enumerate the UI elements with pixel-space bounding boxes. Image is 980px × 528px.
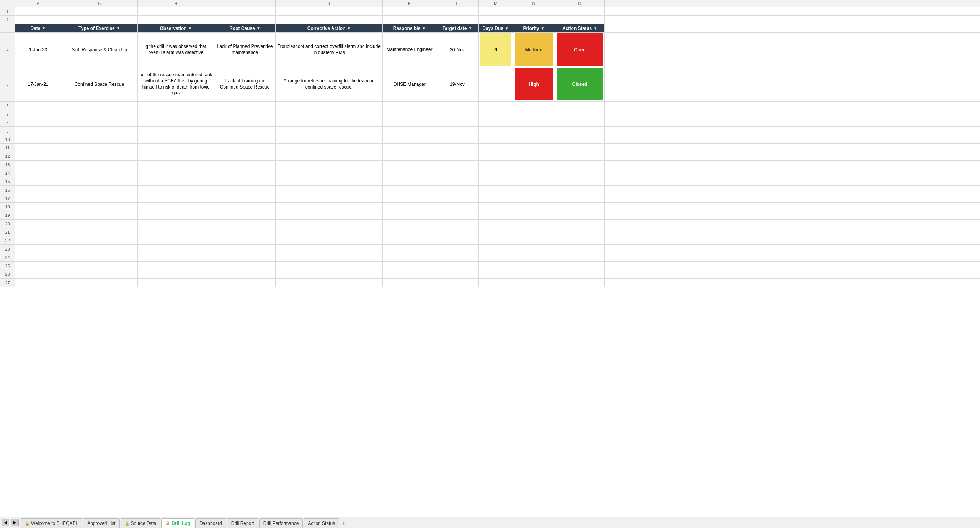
cell-26-j[interactable] [276, 270, 383, 278]
cell-23-k[interactable] [383, 245, 436, 253]
tab-source-data[interactable]: Source Data [121, 518, 161, 528]
cell-25-l[interactable] [436, 262, 479, 270]
cell-4-targetdate[interactable]: 30-Nov [436, 33, 479, 67]
cell-7-h[interactable] [138, 110, 214, 118]
cell-21-n[interactable] [513, 228, 555, 236]
cell-25-b[interactable] [61, 262, 138, 270]
cell-27-i[interactable] [214, 279, 276, 287]
cell-7-a[interactable] [15, 110, 61, 118]
col-header-m[interactable]: M [479, 0, 513, 7]
cell-8-k[interactable] [383, 118, 436, 126]
cell-23-a[interactable] [15, 245, 61, 253]
cell-5-rootcause[interactable]: Lack of Training on Confined Space Rescu… [214, 67, 276, 101]
cell-8-b[interactable] [61, 118, 138, 126]
cell-25-o[interactable] [555, 262, 605, 270]
cell-7-n[interactable] [513, 110, 555, 118]
cell-24-a[interactable] [15, 253, 61, 261]
cell-1-l[interactable] [436, 7, 479, 15]
cell-10-a[interactable] [15, 135, 61, 143]
tab-approved-list[interactable]: Approved List [83, 518, 119, 528]
cell-24-o[interactable] [555, 253, 605, 261]
cell-6-i[interactable] [214, 102, 276, 110]
cell-19-a[interactable] [15, 211, 61, 219]
cell-17-n[interactable] [513, 194, 555, 202]
cell-10-j[interactable] [276, 135, 383, 143]
cell-24-k[interactable] [383, 253, 436, 261]
cell-21-h[interactable] [138, 228, 214, 236]
cell-1-b[interactable] [61, 7, 138, 15]
header-root-cause[interactable]: Root Cause ▼ [214, 24, 276, 32]
header-priority[interactable]: Priority ▼ [513, 24, 555, 32]
cell-13-h[interactable] [138, 161, 214, 169]
header-observation[interactable]: Observation ▼ [138, 24, 214, 32]
cell-15-a[interactable] [15, 177, 61, 185]
type-filter-icon[interactable]: ▼ [116, 26, 120, 30]
cell-16-b[interactable] [61, 186, 138, 194]
tab-drill-log[interactable]: Drill Log [161, 518, 194, 528]
cell-6-k[interactable] [383, 102, 436, 110]
cell-24-m[interactable] [479, 253, 513, 261]
cell-17-h[interactable] [138, 194, 214, 202]
cell-8-n[interactable] [513, 118, 555, 126]
cell-15-k[interactable] [383, 177, 436, 185]
cell-2-i[interactable] [214, 16, 276, 24]
cell-8-h[interactable] [138, 118, 214, 126]
cell-2-o[interactable] [555, 16, 605, 24]
cell-6-j[interactable] [276, 102, 383, 110]
cell-19-h[interactable] [138, 211, 214, 219]
cell-18-n[interactable] [513, 203, 555, 211]
header-type-of-exercise[interactable]: Type of Exercise ▼ [61, 24, 138, 32]
cell-11-l[interactable] [436, 144, 479, 152]
cell-14-l[interactable] [436, 169, 479, 177]
cell-22-i[interactable] [214, 236, 276, 244]
cell-26-n[interactable] [513, 270, 555, 278]
cell-22-m[interactable] [479, 236, 513, 244]
cell-20-h[interactable] [138, 220, 214, 228]
cell-26-a[interactable] [15, 270, 61, 278]
cell-19-b[interactable] [61, 211, 138, 219]
cell-12-o[interactable] [555, 152, 605, 160]
cell-5-date[interactable]: 17-Jan-21 [15, 67, 61, 101]
cell-9-n[interactable] [513, 127, 555, 135]
header-action-status[interactable]: Action Status ▼ [555, 24, 605, 32]
cell-5-corrective[interactable]: Arrange for refresher training for the t… [276, 67, 383, 101]
cell-26-k[interactable] [383, 270, 436, 278]
cell-5-actionstatus[interactable]: Closed [555, 67, 605, 101]
cell-24-n[interactable] [513, 253, 555, 261]
cell-22-k[interactable] [383, 236, 436, 244]
cell-23-l[interactable] [436, 245, 479, 253]
cell-2-l[interactable] [436, 16, 479, 24]
cell-11-n[interactable] [513, 144, 555, 152]
cell-4-responsible[interactable]: Maintenance Engineer [383, 33, 436, 67]
cell-9-b[interactable] [61, 127, 138, 135]
cell-10-h[interactable] [138, 135, 214, 143]
cell-9-j[interactable] [276, 127, 383, 135]
cell-6-a[interactable] [15, 102, 61, 110]
cell-9-i[interactable] [214, 127, 276, 135]
cell-19-i[interactable] [214, 211, 276, 219]
cell-19-o[interactable] [555, 211, 605, 219]
cell-25-k[interactable] [383, 262, 436, 270]
cell-5-targetdate[interactable]: 19-Nov [436, 67, 479, 101]
cell-13-k[interactable] [383, 161, 436, 169]
cell-17-j[interactable] [276, 194, 383, 202]
cell-6-h[interactable] [138, 102, 214, 110]
cell-18-j[interactable] [276, 203, 383, 211]
cell-11-k[interactable] [383, 144, 436, 152]
cell-16-a[interactable] [15, 186, 61, 194]
cell-20-m[interactable] [479, 220, 513, 228]
cell-15-n[interactable] [513, 177, 555, 185]
cell-14-b[interactable] [61, 169, 138, 177]
cell-25-n[interactable] [513, 262, 555, 270]
cell-11-o[interactable] [555, 144, 605, 152]
tab-add-button[interactable]: + [340, 519, 348, 528]
header-days-due[interactable]: Days Due ▼ [479, 24, 513, 32]
cell-6-b[interactable] [61, 102, 138, 110]
cell-22-l[interactable] [436, 236, 479, 244]
cell-2-n[interactable] [513, 16, 555, 24]
cell-8-m[interactable] [479, 118, 513, 126]
cell-25-i[interactable] [214, 262, 276, 270]
cell-17-b[interactable] [61, 194, 138, 202]
cell-14-a[interactable] [15, 169, 61, 177]
cell-7-k[interactable] [383, 110, 436, 118]
